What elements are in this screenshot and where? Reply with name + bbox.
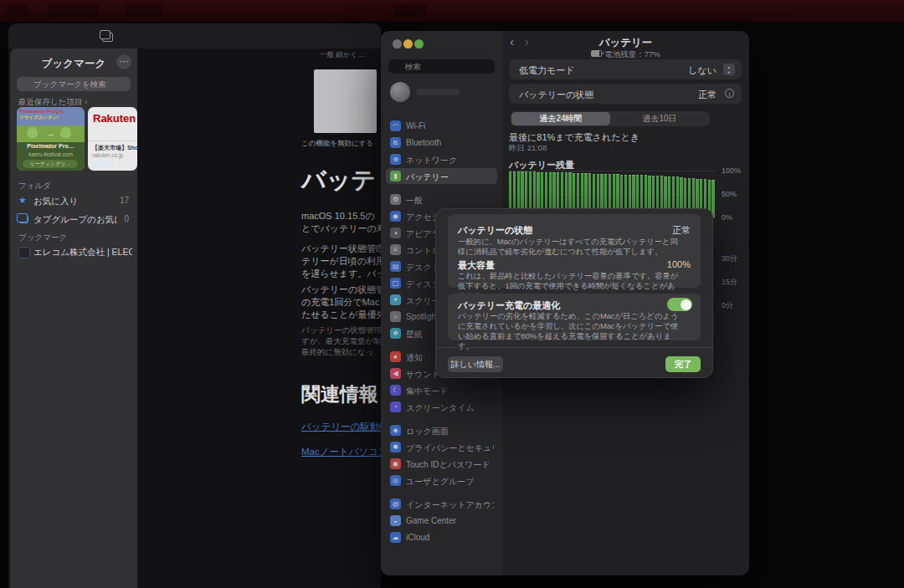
segment-10d[interactable]: 過去10日 xyxy=(610,112,709,125)
sidebar-item-label: バッテリー xyxy=(406,171,449,183)
magnifier-icon: ○ xyxy=(390,311,401,322)
row-value: 正常 xyxy=(698,89,717,101)
zoom-button[interactable] xyxy=(414,39,424,49)
sidebar-item-label: iCloud xyxy=(406,533,429,542)
frog-illustration xyxy=(60,129,71,138)
more-info-button[interactable]: 詳しい情報... xyxy=(448,356,503,372)
sidebar-item-general[interactable]: ⚙一般 xyxy=(386,192,497,207)
article-link[interactable]: Macノートパソコンの xyxy=(301,446,381,458)
last-charge-time: 昨日 21:08 xyxy=(509,143,547,154)
article-link[interactable]: バッテリーの駆動時間 xyxy=(301,421,381,433)
battery-health-row: バッテリーの状態 正常 i xyxy=(509,84,742,104)
sidebar-item-label: Spotlight xyxy=(406,312,439,321)
done-button[interactable]: 完了 xyxy=(665,356,701,372)
sidebar-item-internet-accounts[interactable]: @インターネットアカウント xyxy=(386,496,497,512)
chart-bar xyxy=(711,180,714,217)
sidebar-item-label: ロック画面 xyxy=(406,426,449,437)
bookmark-card-pixelmator[interactable]: Pixelmator Proなら リサイズカンタン! → Pixelmator … xyxy=(17,107,85,171)
dialog-section-desc: バッテリーの劣化を軽減するため、このMacが日ごろどのように充電されているかを学… xyxy=(458,311,682,351)
moon-icon: ☾ xyxy=(390,385,401,396)
card-footer: Pixelmator Pro… kaeru-festival.com リーディン… xyxy=(17,142,85,171)
sidebar-item-screen-time[interactable]: ◔スクリーンタイム xyxy=(386,399,497,415)
dialog-section-title: バッテリーの状態 xyxy=(458,224,532,237)
bluetooth-icon: B xyxy=(390,137,401,148)
page-top-nav: 一般 細かく… xyxy=(320,50,365,60)
battery-icon: ▮ xyxy=(390,171,401,182)
minimize-button[interactable] xyxy=(403,39,413,49)
speaker-icon: ◀ xyxy=(390,368,401,379)
sidebar-item-label: Game Center xyxy=(406,516,456,525)
sidebar-item-label: Bluetooth xyxy=(406,138,441,147)
tab-overview-icon[interactable] xyxy=(102,33,113,42)
sidebar-item-label: 通知 xyxy=(406,352,423,364)
y-axis-tick: 100% xyxy=(722,166,741,175)
sidebar-item-wifi[interactable]: ◠Wi-Fi xyxy=(386,118,497,134)
webpage-content: 一般 細かく… この機能を無効にする バッテリー macOS 10.15.5の … xyxy=(137,49,381,588)
sidebar-item-label: ネットワーク xyxy=(406,155,457,166)
chart-title: バッテリー残量 xyxy=(509,159,574,171)
bookmark-card-rakuten[interactable]: Rakuten 【楽天市場】Sho… rakuten.co.jp xyxy=(88,107,137,171)
article-image xyxy=(314,69,377,133)
sidebar-item-label: プライバシーとセキュリティ xyxy=(406,442,494,454)
section-label-folders: フォルダ xyxy=(18,181,51,192)
dropdown-stepper-icon[interactable]: ▴▾ xyxy=(723,64,735,75)
sidebar-item-users-groups[interactable]: ◎ユーザとグループ xyxy=(386,473,497,488)
users-icon: ◎ xyxy=(390,475,401,486)
sidebar-item-label: 一般 xyxy=(406,195,423,207)
folder-row-tabgroup-favorites[interactable]: タブグループのお気に入り 0 xyxy=(13,211,134,228)
y-axis-tick: 50% xyxy=(722,190,737,198)
display-icon: ▢ xyxy=(390,278,401,289)
folder-count: 17 xyxy=(120,196,129,205)
info-icon[interactable]: i xyxy=(725,89,734,98)
dialog-section-desc: 一般的に、Macのバッテリーはすべての充電式バッテリーと同様に消耗品で経年劣化が… xyxy=(458,237,682,257)
row-value: しない xyxy=(688,64,717,77)
row-label: 低電力モード xyxy=(519,64,575,77)
sidebar-item-label: Touch IDとパスワード xyxy=(406,459,491,471)
menu-bar xyxy=(0,0,904,22)
card-thumbnail-subtext: リサイズカンタン! xyxy=(19,115,59,120)
dialog-section-title: 最大容量 xyxy=(458,259,495,272)
sidebar-item-label: 壁紙 xyxy=(406,329,423,340)
image-caption: この機能を無効にする xyxy=(301,139,373,149)
optimized-charging-toggle[interactable] xyxy=(667,298,692,311)
sidebar-item-network[interactable]: ⊕ネットワーク xyxy=(386,151,497,167)
segment-24h[interactable]: 過去24時間 xyxy=(511,112,610,125)
dialog-card-optimized-charging: バッテリー充電の最適化 バッテリーの劣化を軽減するため、このMacが日ごろどのよ… xyxy=(448,294,701,340)
battery-icon xyxy=(591,50,602,57)
avatar[interactable] xyxy=(390,82,410,102)
bookmark-row-elecom[interactable]: エレコム株式会社 | ELEC… xyxy=(13,243,134,260)
sidebar-item-battery[interactable]: ▮バッテリー xyxy=(386,168,497,184)
fingerprint-icon: ◉ xyxy=(390,458,401,469)
bookmarks-search-input[interactable]: ブックマークを検索 xyxy=(17,77,131,91)
gamecenter-icon: ◒ xyxy=(390,515,401,526)
bookmarks-sidebar: ブックマーク ⋯ ブックマークを検索 最近保存した項目 › Pixelmator… xyxy=(10,49,137,588)
dialog-divider xyxy=(436,347,712,348)
sidebar-item-icloud[interactable]: ☁iCloud xyxy=(386,529,497,545)
time-range-segmented-control: 過去24時間 過去10日 xyxy=(511,111,710,126)
sidebar-item-touch-id[interactable]: ◉Touch IDとパスワード xyxy=(386,456,497,472)
dialog-section-value: 正常 xyxy=(672,224,691,237)
folder-row-favorites[interactable]: ★ お気に入り 17 xyxy=(13,192,134,209)
close-button[interactable] xyxy=(393,39,402,49)
battery-health-dialog: バッテリーの状態 正常 一般的に、Macのバッテリーはすべての充電式バッテリーと… xyxy=(435,208,713,378)
wallpaper-icon: ❖ xyxy=(390,328,401,339)
reading-list-badge: リーディングリ… xyxy=(23,160,78,168)
sidebar-item-focus[interactable]: ☾集中モード xyxy=(386,382,497,398)
safari-toolbar xyxy=(8,23,381,49)
sidebar-item-bluetooth[interactable]: BBluetooth xyxy=(386,135,497,151)
row-label: バッテリーの状態 xyxy=(519,89,593,101)
sidebar-item-label: スクリーンタイム xyxy=(406,402,475,414)
sidebar-item-privacy[interactable]: ✱プライバシーとセキュリティ xyxy=(386,439,497,455)
settings-search-input[interactable]: 検索 xyxy=(388,59,495,74)
y-axis-tick: 15分 xyxy=(722,277,737,288)
sidebar-item-lock-screen[interactable]: ◈ロック画面 xyxy=(386,422,497,438)
star-icon: ★ xyxy=(18,195,27,206)
appearance-icon: ◑ xyxy=(390,228,401,238)
folder-label: お気に入り xyxy=(33,196,78,207)
hourglass-icon: ◔ xyxy=(390,401,401,412)
desktop: ブックマーク ⋯ ブックマークを検索 最近保存した項目 › Pixelmator… xyxy=(0,0,904,588)
dialog-card-health: バッテリーの状態 正常 一般的に、Macのバッテリーはすべての充電式バッテリーと… xyxy=(448,214,701,288)
sidebar-item-label: Wi-Fi xyxy=(406,121,425,130)
sidebar-item-game-center[interactable]: ◒Game Center xyxy=(386,513,497,529)
more-options-button[interactable]: ⋯ xyxy=(116,54,131,69)
